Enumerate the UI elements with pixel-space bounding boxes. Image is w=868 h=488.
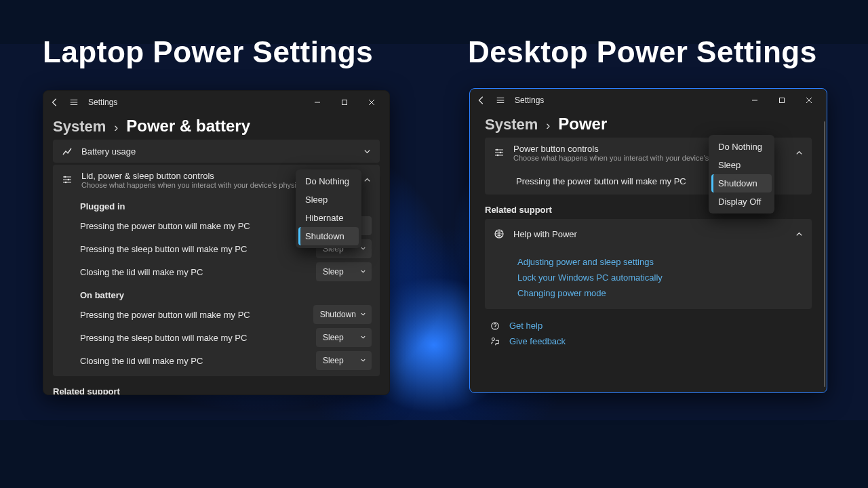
window-title: Settings [88,98,117,107]
chevron-down-icon [361,148,373,155]
battery-lid-row: Closing the lid will make my PC Sleep [53,349,380,372]
help-with-power-header[interactable]: Help with Power [485,219,812,249]
chevron-right-icon: › [114,121,118,135]
maximize-button[interactable] [331,93,358,112]
battery-sleep-value: Sleep [323,333,344,342]
power-action-menu: Do Nothing Sleep Shutdown Display Off [709,135,774,214]
svg-point-10 [492,338,494,340]
back-icon[interactable] [477,96,486,105]
give-feedback-label: Give feedback [509,336,566,346]
svg-point-7 [497,155,499,157]
svg-point-3 [65,182,67,184]
menu-item-do-nothing[interactable]: Do Nothing [711,138,772,156]
controls-icon [61,174,73,185]
power-action-menu: Do Nothing Sleep Hibernate Shutdown [296,169,361,248]
minimize-button[interactable] [741,91,768,110]
svg-point-2 [68,179,70,181]
maximize-button[interactable] [768,91,795,110]
help-icon [490,321,500,331]
heading-laptop: Laptop Power Settings [43,35,373,69]
page-title: Power [558,115,607,134]
close-button[interactable] [358,93,385,112]
feedback-icon [490,337,500,346]
hamburger-icon[interactable] [496,96,505,105]
battery-lid-dropdown[interactable]: Sleep [316,351,372,370]
battery-lid-value: Sleep [323,356,344,365]
titlebar: Settings [43,91,389,114]
link-adjusting-power[interactable]: Adjusting power and sleep settings [485,254,812,270]
close-button[interactable] [795,91,823,110]
menu-item-sleep[interactable]: Sleep [298,190,359,209]
plugged-lid-label: Closing the lid will make my PC [80,267,316,277]
battery-power-dropdown[interactable]: Shutdown [313,305,372,324]
content-area: Battery usage Lid, power & sleep button … [43,140,389,395]
chevron-down-icon [360,356,366,365]
plugged-lid-dropdown[interactable]: Sleep [316,262,372,281]
battery-power-row: Pressing the power button will make my P… [53,303,380,326]
plugged-power-label: Pressing the power button will make my P… [80,221,316,231]
svg-rect-4 [780,98,785,103]
breadcrumb-root[interactable]: System [53,118,106,136]
battery-sleep-label: Pressing the sleep button will make my P… [80,333,316,343]
controls-icon [493,147,505,158]
breadcrumb: System › Power & battery [43,114,389,140]
link-changing-mode[interactable]: Changing power mode [485,285,812,301]
battery-power-value: Shutdown [320,310,356,319]
get-help-label: Get help [509,321,542,331]
globe-icon [493,228,505,239]
titlebar: Settings [470,89,827,112]
battery-power-label: Pressing the power button will make my P… [80,310,313,320]
plugged-lid-row: Closing the lid will make my PC Sleep [53,260,380,283]
back-icon[interactable] [50,98,60,107]
breadcrumb: System › Power [470,112,827,138]
battery-sleep-dropdown[interactable]: Sleep [316,328,372,347]
link-lock-pc[interactable]: Lock your Windows PC automatically [485,270,812,285]
chart-icon [61,146,73,157]
menu-item-shutdown[interactable]: Shutdown [711,174,772,192]
hamburger-icon[interactable] [69,98,79,107]
give-feedback-link[interactable]: Give feedback [485,333,812,349]
related-support-heading: Related support [53,378,380,395]
chevron-up-icon [793,230,805,238]
svg-point-1 [64,176,66,178]
chevron-up-icon [793,149,805,157]
heading-desktop: Desktop Power Settings [468,35,817,69]
chevron-down-icon [360,333,366,342]
chevron-down-icon [360,310,366,319]
chevron-right-icon: › [546,119,550,133]
menu-item-sleep[interactable]: Sleep [711,156,772,174]
menu-item-display-off[interactable]: Display Off [711,192,772,211]
svg-rect-0 [342,100,347,105]
plugged-lid-value: Sleep [323,267,344,277]
chevron-up-icon [361,176,373,184]
breadcrumb-root[interactable]: System [485,116,538,134]
chevron-down-icon [360,267,366,277]
battery-usage-label: Battery usage [81,146,353,157]
help-with-power-title: Help with Power [513,229,785,239]
battery-usage-card[interactable]: Battery usage [53,140,380,163]
menu-item-hibernate[interactable]: Hibernate [298,209,359,227]
page-title: Power & battery [126,117,250,136]
menu-item-do-nothing[interactable]: Do Nothing [298,172,359,190]
svg-point-6 [500,152,502,154]
plugged-sleep-label: Pressing the sleep button will make my P… [80,244,316,254]
settings-window-desktop: Settings System › Power Power button con… [469,88,827,393]
content-area: Power button controls Choose what happen… [470,138,827,353]
get-help-link[interactable]: Get help [485,318,812,333]
window-title: Settings [515,96,544,105]
svg-point-5 [496,149,498,151]
battery-lid-label: Closing the lid will make my PC [80,356,316,366]
page-bottom-band [0,420,868,488]
on-battery-subhead: On battery [53,283,380,303]
settings-window-laptop: Settings System › Power & battery Batter… [43,90,390,395]
minimize-button[interactable] [304,93,331,112]
menu-item-shutdown[interactable]: Shutdown [298,227,359,245]
help-with-power-card: Help with Power Adjusting power and slee… [485,219,812,309]
battery-sleep-row: Pressing the sleep button will make my P… [53,326,380,349]
